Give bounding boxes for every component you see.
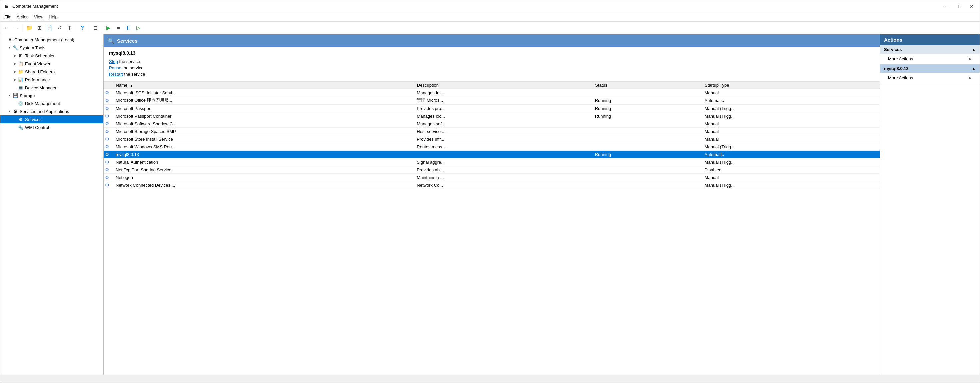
gear-icon: ⚙ (105, 136, 109, 142)
help-button[interactable]: ? (78, 23, 87, 33)
service-startup-type-cell: Manual (702, 120, 880, 128)
tree-item-shared-folders[interactable]: ▶ 📁 Shared Folders (0, 68, 103, 76)
tree-item-performance[interactable]: ▶ 📊 Performance (0, 76, 103, 84)
export-button[interactable]: ⬆ (65, 23, 74, 33)
service-detail: mysql8.0.13 Stop the service Pause the s… (103, 47, 880, 82)
actions-mysql-more-actions-arrow: ▶ (969, 76, 972, 79)
service-startup-type-cell: Manual (702, 128, 880, 135)
tree-item-services[interactable]: ⚙ Services (0, 116, 103, 123)
table-row[interactable]: ⚙Microsoft PassportProvides pro...Runnin… (103, 105, 880, 112)
table-row[interactable]: ⚙Microsoft Storage Spaces SMPHost servic… (103, 128, 880, 135)
expand-icon-shared-folders: ▶ (12, 69, 18, 74)
col-header-startup-type[interactable]: Startup Type (702, 82, 880, 89)
menu-help[interactable]: Help (46, 14, 60, 20)
menu-view[interactable]: View (31, 14, 46, 20)
actions-section-mysql-header[interactable]: mysql8.0.13 ▲ (880, 64, 980, 73)
service-startup-type-cell: Manual (Trigg... (702, 112, 880, 120)
stop-service-link[interactable]: Stop (109, 59, 118, 64)
expand-icon-system-tools: ▼ (7, 45, 12, 50)
service-startup-type-cell: Manual (Trigg... (702, 105, 880, 112)
panel-header-icon: 🔍 (108, 38, 114, 44)
pause-service-link[interactable]: Pause (109, 65, 121, 70)
col-header-status[interactable]: Status (592, 82, 702, 89)
tree-item-task-scheduler[interactable]: ▶ 🗓 Task Scheduler (0, 52, 103, 60)
actions-services-label: Services (884, 47, 902, 52)
back-button[interactable]: ← (2, 23, 11, 33)
service-description-cell: 管理 Micros... (414, 97, 592, 105)
tree-panel: 🖥 Computer Management (Local) ▼ 🔧 System… (0, 34, 103, 375)
view-button[interactable]: ⊟ (91, 23, 100, 33)
open-folder-button[interactable]: 📁 (25, 23, 34, 33)
service-name-cell: Microsoft iSCSI Initiator Servi... (113, 89, 414, 97)
tree-item-system-tools[interactable]: ▼ 🔧 System Tools (0, 44, 103, 52)
actions-mysql-more-actions[interactable]: More Actions ▶ (880, 74, 980, 82)
tree-item-wmi-control[interactable]: 🔩 WMI Control (0, 123, 103, 131)
tree-label-wmi-control: WMI Control (25, 125, 49, 130)
col-header-name[interactable]: Name ▲ (113, 82, 414, 89)
tree-item-storage[interactable]: ▼ 💾 Storage (0, 92, 103, 100)
table-row[interactable]: ⚙Network Connected Devices ...Network Co… (103, 181, 880, 189)
properties-button[interactable]: 📄 (45, 23, 54, 33)
service-icon-cell: ⚙ (103, 97, 113, 105)
table-row[interactable]: ⚙Microsoft Passport ContainerManages loc… (103, 112, 880, 120)
table-row[interactable]: ⚙NetlogonMaintains a ...Manual (103, 174, 880, 181)
resume-button[interactable]: ▷ (134, 23, 143, 33)
service-description-cell: Provides infr... (414, 135, 592, 143)
table-row[interactable]: ⚙Microsoft Office 即点即用服...管理 Micros...Ru… (103, 97, 880, 105)
toolbar-separator-2 (76, 24, 76, 32)
table-row[interactable]: ⚙Natural AuthenticationSignal aggre...Ma… (103, 158, 880, 166)
tree-item-device-manager[interactable]: 💻 Device Manager (0, 84, 103, 92)
restart-action-row: Restart the service (109, 71, 874, 76)
tree-label-system-tools: System Tools (20, 45, 45, 50)
restart-service-link[interactable]: Restart (109, 71, 123, 76)
toolbar-separator-4 (102, 24, 102, 32)
table-row[interactable]: ⚙Microsoft iSCSI Initiator Servi...Manag… (103, 89, 880, 97)
table-header: Name ▲ Description Status Startup Type (103, 82, 880, 89)
service-description-cell (414, 151, 592, 158)
minimize-button[interactable]: — (942, 2, 953, 10)
center-panel: 🔍 Services mysql8.0.13 Stop the service … (103, 34, 880, 375)
actions-mysql-more-actions-label: More Actions (888, 75, 913, 80)
tree-item-services-and-applications[interactable]: ▼ ⚙ Services and Applications (0, 108, 103, 116)
tree-item-disk-management[interactable]: 💿 Disk Management (0, 100, 103, 108)
tree-item-event-viewer[interactable]: ▶ 📋 Event Viewer (0, 60, 103, 68)
storage-icon: 💾 (12, 92, 18, 98)
service-name-cell: Microsoft Windows SMS Rou... (113, 143, 414, 151)
tree-label-task-scheduler: Task Scheduler (25, 53, 55, 58)
col-header-icon (103, 82, 113, 89)
menu-file[interactable]: File (2, 14, 14, 20)
refresh-button[interactable]: ↺ (55, 23, 64, 33)
table-row[interactable]: ⚙mysql8.0.13RunningAutomatic (103, 151, 880, 158)
actions-section-services-header[interactable]: Services ▲ (880, 45, 980, 54)
computer-management-icon: 🖥 (7, 36, 13, 43)
forward-button[interactable]: → (12, 23, 21, 33)
table-row[interactable]: ⚙Microsoft Software Shadow C...Manages s… (103, 120, 880, 128)
actions-services-more-actions[interactable]: More Actions ▶ (880, 55, 980, 63)
table-row[interactable]: ⚙Microsoft Windows SMS Rou...Routes mess… (103, 143, 880, 151)
app-icon: 🖥 (3, 3, 10, 9)
services-table-body: ⚙Microsoft iSCSI Initiator Servi...Manag… (103, 89, 880, 189)
expand-icon-wmi-control (12, 125, 18, 130)
actions-mysql-collapse-icon: ▲ (972, 66, 976, 71)
services-table-container: Name ▲ Description Status Startup Type (103, 82, 880, 375)
service-description-cell: Maintains a ... (414, 174, 592, 181)
expand-icon-disk-management (12, 101, 18, 106)
tree-item-computer-management[interactable]: 🖥 Computer Management (Local) (0, 36, 103, 44)
menu-action[interactable]: Action (14, 14, 31, 20)
panel-header: 🔍 Services (103, 34, 880, 47)
start-button[interactable]: ▶ (103, 23, 113, 33)
sort-arrow-name: ▲ (130, 84, 133, 87)
maximize-button[interactable]: □ (955, 2, 965, 10)
service-startup-type-cell: Manual (Trigg... (702, 158, 880, 166)
table-row[interactable]: ⚙Microsoft Store Install ServiceProvides… (103, 135, 880, 143)
service-startup-type-cell: Manual (702, 174, 880, 181)
table-row[interactable]: ⚙Net.Tcp Port Sharing ServiceProvides ab… (103, 166, 880, 174)
console-tree-button[interactable]: ⊞ (35, 23, 44, 33)
actions-section-services-content: More Actions ▶ (880, 54, 980, 64)
service-status-cell (592, 158, 702, 166)
pause-button[interactable]: ⏸ (124, 23, 133, 33)
gear-icon: ⚙ (105, 90, 109, 95)
close-button[interactable]: ✕ (966, 2, 977, 10)
col-header-description[interactable]: Description (414, 82, 592, 89)
stop-button[interactable]: ■ (114, 23, 123, 33)
